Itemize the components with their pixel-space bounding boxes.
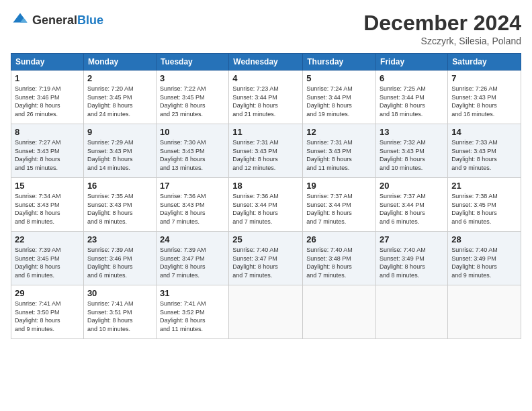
day-number: 27 <box>380 234 444 244</box>
table-row: 24Sunrise: 7:39 AM Sunset: 3:47 PM Dayli… <box>156 232 228 285</box>
cell-text: Sunrise: 7:32 AM Sunset: 3:43 PM Dayligh… <box>380 138 444 172</box>
cell-text: Sunrise: 7:40 AM Sunset: 3:49 PM Dayligh… <box>451 246 517 279</box>
cell-text: Sunrise: 7:41 AM Sunset: 3:51 PM Dayligh… <box>87 300 152 333</box>
day-number: 7 <box>451 73 517 83</box>
day-number: 30 <box>87 288 152 298</box>
table-row: 18Sunrise: 7:36 AM Sunset: 3:44 PM Dayli… <box>229 178 303 232</box>
table-row: 17Sunrise: 7:36 AM Sunset: 3:43 PM Dayli… <box>156 178 228 232</box>
cell-text: Sunrise: 7:39 AM Sunset: 3:46 PM Dayligh… <box>87 246 152 279</box>
header-tuesday: Tuesday <box>156 54 228 71</box>
table-row: 11Sunrise: 7:31 AM Sunset: 3:43 PM Dayli… <box>229 124 303 178</box>
cell-text: Sunrise: 7:39 AM Sunset: 3:47 PM Dayligh… <box>160 246 225 279</box>
table-row: 3Sunrise: 7:22 AM Sunset: 3:45 PM Daylig… <box>156 71 228 124</box>
table-row: 13Sunrise: 7:32 AM Sunset: 3:43 PM Dayli… <box>376 124 448 178</box>
day-number: 14 <box>451 127 517 137</box>
table-row <box>448 285 521 339</box>
day-number: 15 <box>15 181 80 191</box>
table-row: 2Sunrise: 7:20 AM Sunset: 3:45 PM Daylig… <box>83 71 156 124</box>
table-row <box>229 285 303 339</box>
cell-text: Sunrise: 7:40 AM Sunset: 3:47 PM Dayligh… <box>232 246 299 279</box>
table-row: 31Sunrise: 7:41 AM Sunset: 3:52 PM Dayli… <box>156 285 228 339</box>
table-row <box>303 285 376 339</box>
header-sunday: Sunday <box>11 54 84 71</box>
day-number: 29 <box>15 288 80 298</box>
cell-text: Sunrise: 7:40 AM Sunset: 3:49 PM Dayligh… <box>380 246 444 279</box>
logo-blue-text: Blue <box>77 13 103 27</box>
cell-text: Sunrise: 7:37 AM Sunset: 3:44 PM Dayligh… <box>380 192 444 226</box>
cell-text: Sunrise: 7:24 AM Sunset: 3:44 PM Dayligh… <box>306 85 372 118</box>
cell-text: Sunrise: 7:41 AM Sunset: 3:50 PM Dayligh… <box>15 300 80 333</box>
cell-text: Sunrise: 7:33 AM Sunset: 3:43 PM Dayligh… <box>451 138 517 172</box>
day-number: 25 <box>232 234 299 244</box>
table-row: 15Sunrise: 7:34 AM Sunset: 3:43 PM Dayli… <box>11 178 84 232</box>
table-row: 14Sunrise: 7:33 AM Sunset: 3:43 PM Dayli… <box>448 124 521 178</box>
day-number: 17 <box>160 181 225 191</box>
logo: GeneralBlue <box>11 11 103 30</box>
table-row: 20Sunrise: 7:37 AM Sunset: 3:44 PM Dayli… <box>376 178 448 232</box>
day-number: 1 <box>15 73 80 83</box>
day-number: 13 <box>380 127 444 137</box>
cell-text: Sunrise: 7:35 AM Sunset: 3:43 PM Dayligh… <box>87 192 152 226</box>
day-number: 12 <box>306 127 372 137</box>
cell-text: Sunrise: 7:41 AM Sunset: 3:52 PM Dayligh… <box>160 300 225 333</box>
table-row: 26Sunrise: 7:40 AM Sunset: 3:48 PM Dayli… <box>303 232 376 285</box>
table-row: 6Sunrise: 7:25 AM Sunset: 3:44 PM Daylig… <box>376 71 448 124</box>
table-row <box>376 285 448 339</box>
table-row: 12Sunrise: 7:31 AM Sunset: 3:43 PM Dayli… <box>303 124 376 178</box>
cell-text: Sunrise: 7:34 AM Sunset: 3:43 PM Dayligh… <box>15 192 80 226</box>
day-number: 4 <box>232 73 299 83</box>
cell-text: Sunrise: 7:40 AM Sunset: 3:48 PM Dayligh… <box>306 246 372 279</box>
header-thursday: Thursday <box>303 54 376 71</box>
logo-icon <box>11 11 30 30</box>
day-number: 2 <box>87 73 152 83</box>
cell-text: Sunrise: 7:36 AM Sunset: 3:43 PM Dayligh… <box>160 192 225 226</box>
cell-text: Sunrise: 7:19 AM Sunset: 3:46 PM Dayligh… <box>15 85 80 118</box>
table-row: 27Sunrise: 7:40 AM Sunset: 3:49 PM Dayli… <box>376 232 448 285</box>
cell-text: Sunrise: 7:39 AM Sunset: 3:45 PM Dayligh… <box>15 246 80 279</box>
day-number: 24 <box>160 234 225 244</box>
title-section: December 2024 Szczyrk, Silesia, Poland <box>363 11 521 46</box>
table-row: 5Sunrise: 7:24 AM Sunset: 3:44 PM Daylig… <box>303 71 376 124</box>
day-number: 3 <box>160 73 225 83</box>
cell-text: Sunrise: 7:31 AM Sunset: 3:43 PM Dayligh… <box>232 138 299 172</box>
cell-text: Sunrise: 7:31 AM Sunset: 3:43 PM Dayligh… <box>306 138 372 172</box>
header-monday: Monday <box>83 54 156 71</box>
day-number: 22 <box>15 234 80 244</box>
cell-text: Sunrise: 7:26 AM Sunset: 3:43 PM Dayligh… <box>451 85 517 118</box>
calendar-table: Sunday Monday Tuesday Wednesday Thursday… <box>11 53 521 339</box>
table-row: 22Sunrise: 7:39 AM Sunset: 3:45 PM Dayli… <box>11 232 84 285</box>
table-row: 25Sunrise: 7:40 AM Sunset: 3:47 PM Dayli… <box>229 232 303 285</box>
cell-text: Sunrise: 7:27 AM Sunset: 3:43 PM Dayligh… <box>15 138 80 172</box>
calendar-header-row: Sunday Monday Tuesday Wednesday Thursday… <box>11 54 521 71</box>
cell-text: Sunrise: 7:29 AM Sunset: 3:43 PM Dayligh… <box>87 138 152 172</box>
cell-text: Sunrise: 7:36 AM Sunset: 3:44 PM Dayligh… <box>232 192 299 226</box>
day-number: 5 <box>306 73 372 83</box>
table-row: 28Sunrise: 7:40 AM Sunset: 3:49 PM Dayli… <box>448 232 521 285</box>
location-text: Szczyrk, Silesia, Poland <box>363 36 521 46</box>
day-number: 20 <box>380 181 444 191</box>
table-row: 23Sunrise: 7:39 AM Sunset: 3:46 PM Dayli… <box>83 232 156 285</box>
cell-text: Sunrise: 7:37 AM Sunset: 3:44 PM Dayligh… <box>306 192 372 226</box>
table-row: 21Sunrise: 7:38 AM Sunset: 3:45 PM Dayli… <box>448 178 521 232</box>
table-row: 8Sunrise: 7:27 AM Sunset: 3:43 PM Daylig… <box>11 124 84 178</box>
cell-text: Sunrise: 7:22 AM Sunset: 3:45 PM Dayligh… <box>160 85 225 118</box>
day-number: 11 <box>232 127 299 137</box>
table-row: 9Sunrise: 7:29 AM Sunset: 3:43 PM Daylig… <box>83 124 156 178</box>
day-number: 26 <box>306 234 372 244</box>
cell-text: Sunrise: 7:23 AM Sunset: 3:44 PM Dayligh… <box>232 85 299 118</box>
month-title: December 2024 <box>363 11 521 36</box>
header-friday: Friday <box>376 54 448 71</box>
cell-text: Sunrise: 7:30 AM Sunset: 3:43 PM Dayligh… <box>160 138 225 172</box>
table-row: 16Sunrise: 7:35 AM Sunset: 3:43 PM Dayli… <box>83 178 156 232</box>
day-number: 18 <box>232 181 299 191</box>
cell-text: Sunrise: 7:38 AM Sunset: 3:45 PM Dayligh… <box>451 192 517 226</box>
day-number: 8 <box>15 127 80 137</box>
page-header: GeneralBlue December 2024 Szczyrk, Siles… <box>11 11 521 46</box>
day-number: 21 <box>451 181 517 191</box>
day-number: 19 <box>306 181 372 191</box>
header-saturday: Saturday <box>448 54 521 71</box>
cell-text: Sunrise: 7:20 AM Sunset: 3:45 PM Dayligh… <box>87 85 152 118</box>
table-row: 10Sunrise: 7:30 AM Sunset: 3:43 PM Dayli… <box>156 124 228 178</box>
table-row: 1Sunrise: 7:19 AM Sunset: 3:46 PM Daylig… <box>11 71 84 124</box>
day-number: 31 <box>160 288 225 298</box>
